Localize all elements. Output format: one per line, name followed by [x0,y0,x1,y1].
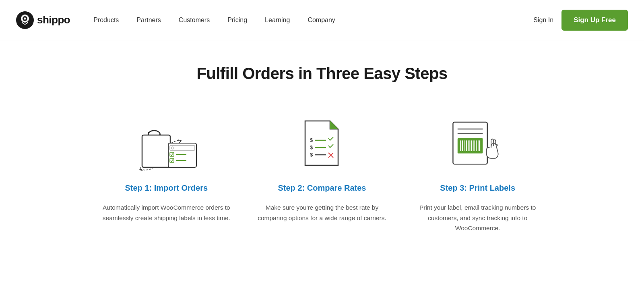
step-1-icon [130,111,202,175]
nav-partners[interactable]: Partners [129,13,168,27]
logo-link[interactable]: shippo [16,11,70,29]
sign-in-link[interactable]: Sign In [533,17,553,24]
step-1-title: Step 1: Import Orders [125,183,208,193]
step-2-desc: Make sure you're getting the best rate b… [258,202,386,223]
step-2: $ $ $ Step 2: Compare Rates Make sure yo… [252,111,392,233]
nav-products[interactable]: Products [86,13,126,27]
svg-rect-12 [170,158,174,162]
steps-grid: Step 1: Import Orders Automatically impo… [97,111,547,233]
svg-point-3 [24,17,26,20]
nav-links: Products Partners Customers Pricing Lear… [86,13,533,27]
svg-text:$: $ [310,144,313,150]
sign-up-button[interactable]: Sign Up Free [561,10,628,31]
svg-rect-26 [457,138,483,154]
nav-right: Sign In Sign Up Free [533,10,628,31]
svg-rect-8 [170,146,195,150]
step-3: Step 3: Print Labels Print your label, e… [408,111,547,233]
step-2-icon: $ $ $ [286,111,358,175]
section-title: Fulfill Orders in Three Easy Steps [97,65,547,83]
step-3-icon [442,111,514,175]
nav-company[interactable]: Company [300,13,342,27]
step-2-title: Step 2: Compare Rates [278,183,366,193]
svg-text:$: $ [310,137,313,143]
nav-pricing[interactable]: Pricing [220,13,254,27]
logo-text: shippo [37,14,70,26]
nav-learning[interactable]: Learning [258,13,297,27]
step-1: Step 1: Import Orders Automatically impo… [97,111,236,233]
svg-text:$: $ [310,152,313,158]
svg-rect-10 [170,152,174,156]
navbar: shippo Products Partners Customers Prici… [0,0,644,40]
nav-customers[interactable]: Customers [171,13,217,27]
svg-marker-14 [330,121,338,129]
step-3-title: Step 3: Print Labels [440,183,515,193]
svg-rect-4 [142,135,170,167]
logo-icon [16,11,34,29]
main-content: Fulfill Orders in Three Easy Steps [80,40,564,266]
step-3-desc: Print your label, email tracking numbers… [413,202,542,233]
step-1-desc: Automatically import WooCommerce orders … [102,202,231,223]
